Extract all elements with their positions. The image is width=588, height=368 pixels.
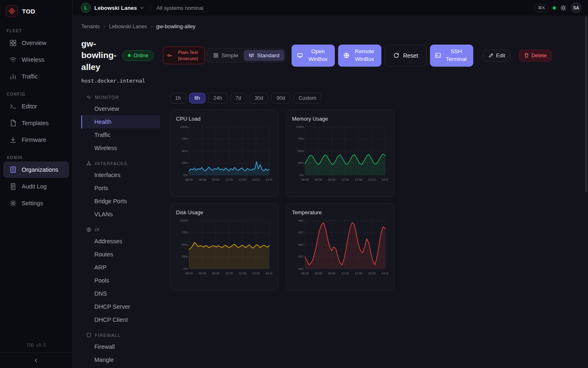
sidebar-item-templates[interactable]: Templates [3,115,69,131]
sidebar-item-audit-log[interactable]: Audit Log [3,178,69,195]
chevron-left-icon [33,357,39,364]
svg-text:12:20: 12:20 [225,178,233,182]
pulse-icon [86,94,91,100]
sidebar-collapse-button[interactable] [0,352,72,368]
range-custom-button[interactable]: Custom [293,93,321,103]
subnav-section-monitor: MONITOR [81,92,160,102]
sun-icon[interactable] [560,5,566,11]
document-icon [9,183,17,190]
sidebar-item-editor[interactable]: Editor [3,98,69,114]
subnav-item-mangle[interactable]: Mangle [81,353,160,366]
subnav-item-wireless[interactable]: Wireless [81,141,160,155]
mode-simple-button[interactable]: Simple [208,50,243,61]
sidebar-item-wireless[interactable]: Wireless [3,52,69,68]
chart-title: Memory Usage [292,116,388,122]
subnav-item-pools[interactable]: Pools [81,274,160,287]
file-icon [9,119,17,127]
tenant-switcher[interactable]: Lebowski Lanes [94,5,137,11]
svg-text:08:30: 08:30 [198,178,206,182]
svg-text:08:00: 08:00 [185,178,193,182]
edit-button[interactable]: Edit [483,49,510,62]
remote-winbox-label: Remote WinBox [353,48,376,63]
subnav-item-bridge-ports[interactable]: Bridge Ports [81,195,160,208]
page-scrollbar[interactable] [585,16,587,192]
command-palette-shortcut[interactable]: ⌘K [535,4,548,12]
open-winbox-button[interactable]: Open WinBox [292,45,335,67]
range-1h-button[interactable]: 1h [170,93,186,103]
app-name: TOD [22,8,36,15]
content-row: MONITOR Overview Health Traffic Wireless… [81,92,578,353]
range-24h-button[interactable]: 24h [208,93,227,103]
subnav-item-dns[interactable]: DNS [81,287,160,300]
svg-text:08:30: 08:30 [314,178,322,182]
svg-text:09:00: 09:00 [212,272,220,275]
subnav-item-arp[interactable]: ARP [81,261,160,274]
subnav-item-dhcp-client[interactable]: DHCP Client [81,313,160,326]
sidebar-item-organizations[interactable]: Organizations [3,162,69,178]
user-avatar[interactable]: SA [571,2,581,13]
range-90d-button[interactable]: 90d [271,93,290,103]
subnav-item-dhcp-server[interactable]: DHCP Server [81,300,160,313]
delete-button[interactable]: Delete [519,49,552,62]
subnav-section-label: INTERFACES [95,161,127,166]
svg-text:36C: 36C [298,243,304,247]
range-7d-button[interactable]: 7d [230,93,247,103]
disk-usage-chart: 100%75%50%25%0%08:0008:3009:0012:2012:50… [176,218,272,278]
subnav-item-interfaces[interactable]: Interfaces [81,168,160,182]
subnav-item-overview[interactable]: Overview [81,102,160,115]
subnav-item-traffic[interactable]: Traffic [81,128,160,141]
range-30d-button[interactable]: 30d [249,93,269,103]
status-badge-online: Online [122,50,154,61]
reset-button[interactable]: Reset [385,45,427,67]
svg-text:13:20: 13:20 [368,178,376,182]
range-6h-button[interactable]: 6h [189,93,205,103]
svg-text:42C: 42C [298,231,304,234]
svg-text:25%: 25% [182,161,188,165]
svg-text:08:30: 08:30 [198,272,206,275]
svg-text:08:00: 08:00 [301,178,309,182]
monitor-icon [297,52,303,58]
breadcrumb-tenants[interactable]: Tenants [81,23,100,29]
bar-chart-icon [9,73,17,80]
chart-title: CPU Load [176,116,272,122]
subnav-section-ip: IP [81,224,160,235]
device-header: gw-bowling-alley Online Plain-Text (Inse… [81,38,578,73]
svg-text:50%: 50% [182,243,188,247]
sidebar-item-overview[interactable]: Overview [3,35,69,51]
ssh-terminal-button[interactable]: SSH Terminal [430,45,473,67]
remote-winbox-button[interactable]: Remote WinBox [338,45,381,67]
insecure-label: Plain-Text (Insecure) [175,49,201,61]
subnav-section-label: MONITOR [95,95,119,100]
terminal-icon [9,103,17,110]
svg-text:12:20: 12:20 [341,178,349,182]
subnav-section-interfaces: INTERFACES [81,158,160,168]
sidebar-item-settings[interactable]: Settings [3,195,69,211]
subnav-item-firewall[interactable]: Firewall [81,340,160,353]
svg-text:100%: 100% [180,219,188,222]
chevron-down-icon[interactable] [139,5,145,11]
sidebar-item-traffic[interactable]: Traffic [3,68,69,85]
app-version: TOD v9.5 [0,339,72,352]
logo[interactable]: TOD [0,0,72,21]
subnav-item-ports[interactable]: Ports [81,182,160,195]
time-range-selector: 1h 6h 24h 7d 30d 90d Custom [170,93,578,103]
sidebar-item-label: Templates [22,120,49,126]
subnav-item-addresses[interactable]: Addresses [81,235,160,248]
svg-text:12:50: 12:50 [355,178,363,182]
subnav-section-label: FIREWALL [95,333,120,338]
svg-text:24C: 24C [298,267,304,271]
subnav-item-vlans[interactable]: VLANs [81,208,160,221]
sidebar-item-firmware[interactable]: Firmware [3,132,69,148]
charts-grid: CPU Load 100%75%50%25%0%08:0008:3009:001… [170,110,578,291]
topbar: L Lebowski Lanes All systems nominal ⌘K … [73,0,588,16]
svg-text:12:50: 12:50 [239,178,247,182]
svg-text:0%: 0% [299,173,304,177]
breadcrumb-tenant[interactable]: Lebowski Lanes [109,23,147,29]
sidebar-nav: FLEET Overview Wireless Traffic CONFIG E… [0,21,72,212]
cpu-load-card: CPU Load 100%75%50%25%0%08:0008:3009:001… [170,110,278,197]
sidebar: TOD FLEET Overview Wireless Traffic CONF… [0,0,73,368]
svg-text:25%: 25% [298,161,304,165]
subnav-item-health[interactable]: Health [81,115,160,128]
mode-standard-button[interactable]: Standard [244,50,284,61]
subnav-item-routes[interactable]: Routes [81,248,160,261]
